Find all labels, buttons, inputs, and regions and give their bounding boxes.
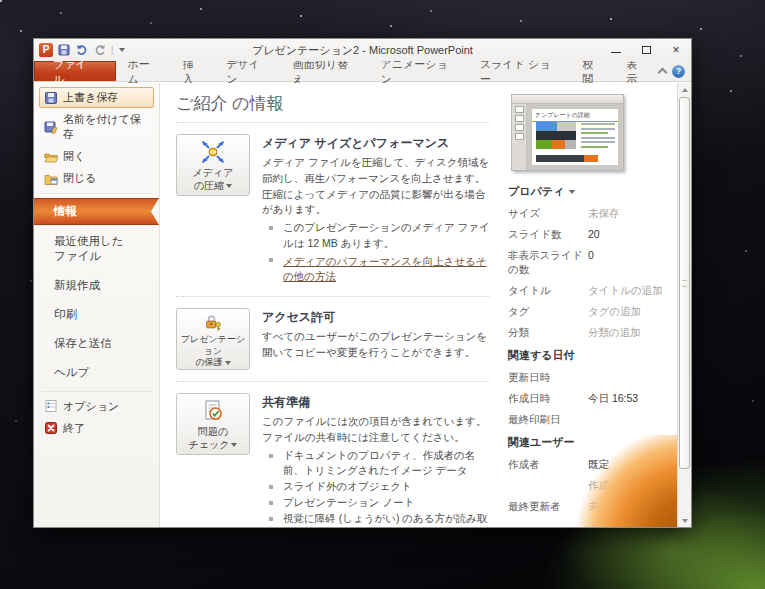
nav-save-as-label: 名前を付けて保存 [63, 112, 149, 142]
dropdown-caret-icon [231, 443, 237, 447]
author-value: 既定 [588, 458, 609, 472]
qat-divider: | [111, 45, 113, 55]
scroll-up-icon[interactable] [678, 83, 691, 96]
starfield-decoration [0, 0, 2, 2]
compress-media-button[interactable]: メディア の圧縮 [176, 134, 250, 196]
exit-icon [44, 421, 58, 435]
nav-open[interactable]: 開く [39, 146, 154, 167]
property-value: 未保存 [588, 500, 620, 514]
tab-file[interactable]: ファイル [34, 61, 116, 81]
close-button[interactable]: × [661, 39, 691, 61]
powerpoint-logo-icon[interactable]: P [39, 43, 53, 57]
properties-panel: テンプレートの詳細 プロパティ サイズ 未保存 スライド数 20 [500, 83, 677, 527]
nav-exit-label: 終了 [63, 421, 85, 436]
tab-animations[interactable]: アニメーション [369, 61, 469, 81]
section-body: このファイルには次の項目が含まれています。ファイルの共有時には注意してください。 [262, 414, 490, 446]
property-row: 作成者を追加... [508, 479, 673, 493]
nav-help[interactable]: ヘルプ [34, 358, 159, 387]
property-row: サイズ 未保存 [508, 207, 673, 221]
property-value: 今日 16:53 [588, 392, 638, 406]
nav-info[interactable]: 情報 [34, 198, 159, 225]
nav-exit[interactable]: 終了 [39, 418, 154, 439]
section-heading: アクセス許可 [262, 308, 490, 326]
qat-dropdown-icon[interactable] [119, 48, 125, 52]
nav-save[interactable]: 上書き保存 [39, 87, 154, 108]
titlebar: P | プレゼンテーション2 - Microsoft PowerPoint × [34, 39, 691, 61]
nav-new[interactable]: 新規作成 [34, 271, 159, 300]
redo-icon[interactable] [93, 43, 107, 57]
save-icon[interactable] [57, 43, 71, 57]
add-author-field[interactable]: 作成者を追加... [588, 479, 660, 493]
nav-save-as[interactable]: 名前を付けて保存 [39, 109, 154, 145]
property-row: 分類 分類の追加 [508, 326, 673, 340]
property-value: 未保存 [588, 207, 620, 221]
nav-close[interactable]: 閉じる [39, 168, 154, 189]
options-icon [44, 399, 58, 413]
tab-insert[interactable]: 挿入 [172, 61, 216, 81]
property-row: タイトル タイトルの追加 [508, 284, 673, 298]
window-controls: × [601, 39, 691, 61]
thumbnail-slide-image [536, 122, 576, 149]
add-title-field[interactable]: タイトルの追加 [588, 284, 663, 298]
nav-options-label: オプション [63, 399, 119, 414]
presentation-thumbnail[interactable]: テンプレートの詳細 [511, 94, 624, 171]
lock-key-icon [200, 314, 226, 332]
save-icon [44, 91, 58, 105]
check-issues-icon [200, 399, 226, 423]
dropdown-caret-icon [225, 361, 231, 365]
button-label-line1: メディア [193, 167, 234, 178]
scroll-down-icon[interactable] [678, 514, 691, 527]
tab-design[interactable]: デザイン [215, 61, 281, 81]
section-sharing: 問題の チェック 共有準備 このファイルには次の項目が含まれています。ファイルの… [176, 382, 490, 527]
properties-dropdown-icon [569, 190, 575, 194]
button-label-line1: 問題の [198, 426, 228, 437]
section-body: メディア ファイルを圧縮して、ディスク領域を節約し、再生パフォーマンスを向上させ… [262, 155, 490, 218]
vertical-scrollbar[interactable] [677, 83, 691, 527]
section-heading: 共有準備 [262, 393, 490, 411]
help-icon[interactable]: ? [672, 65, 685, 78]
undo-icon[interactable] [75, 43, 89, 57]
info-page: ご紹介 の情報 メディア の圧縮 [160, 83, 500, 527]
folder-open-icon [44, 150, 58, 164]
tab-review[interactable]: 校閲 [572, 61, 616, 81]
section-permissions: プレゼンテーション の保護 アクセス許可 すべてのユーザーがこのプレゼンテーショ… [176, 297, 490, 381]
thumbnail-toolbar [512, 95, 623, 104]
section-media-text: メディア サイズとパフォーマンス メディア ファイルを圧縮して、ディスク領域を節… [262, 134, 490, 285]
minimize-ribbon-icon[interactable] [658, 68, 668, 78]
quick-access-toolbar: P | [34, 43, 125, 57]
button-label-line2: の保護 [195, 357, 222, 367]
nav-divider [41, 391, 152, 392]
nav-recent[interactable]: 最近使用したファイル [34, 227, 159, 271]
dropdown-caret-icon [226, 184, 232, 188]
scrollbar-thumb[interactable] [679, 97, 690, 469]
thumbnail-slide-panel [512, 104, 527, 170]
minimize-button[interactable] [601, 39, 631, 61]
property-value: 20 [588, 228, 600, 242]
add-category-field[interactable]: 分類の追加 [588, 326, 641, 340]
maximize-button[interactable] [631, 39, 661, 61]
property-row: 非表示スライドの数 0 [508, 249, 673, 277]
thumbnail-slide: テンプレートの詳細 [531, 108, 619, 166]
powerpoint-window: P | プレゼンテーション2 - Microsoft PowerPoint × [33, 38, 692, 528]
tab-view[interactable]: 表示 [615, 61, 659, 81]
nav-print[interactable]: 印刷 [34, 300, 159, 329]
ribbon-tab-row: ファイル ホーム 挿入 デザイン 画面切り替え アニメーション スライド ショー… [34, 61, 691, 82]
check-for-issues-button[interactable]: 問題の チェック [176, 393, 250, 455]
nav-options[interactable]: オプション [39, 396, 154, 417]
tab-home[interactable]: ホーム [116, 61, 171, 81]
protect-presentation-button[interactable]: プレゼンテーション の保護 [176, 308, 250, 370]
tab-transitions[interactable]: 画面切り替え [282, 61, 370, 81]
nav-save-send[interactable]: 保存と送信 [34, 329, 159, 358]
window-title: プレゼンテーション2 - Microsoft PowerPoint [34, 43, 691, 58]
button-label-line2: チェック [189, 439, 230, 450]
ribbon-right-icons: ? [659, 61, 691, 81]
add-tag-field[interactable]: タグの追加 [588, 305, 641, 319]
property-row: 更新日時 [508, 371, 673, 385]
property-row: 最終更新者 未保存 [508, 500, 673, 514]
folder-close-icon [44, 172, 58, 186]
media-performance-link[interactable]: メディアのパフォーマンスを向上させるその他の方法 [283, 254, 490, 286]
tab-slideshow[interactable]: スライド ショー [469, 61, 572, 81]
properties-header[interactable]: プロパティ [508, 184, 673, 199]
section-sharing-text: 共有準備 このファイルには次の項目が含まれています。ファイルの共有時には注意して… [262, 393, 490, 527]
compress-media-icon [200, 140, 226, 164]
